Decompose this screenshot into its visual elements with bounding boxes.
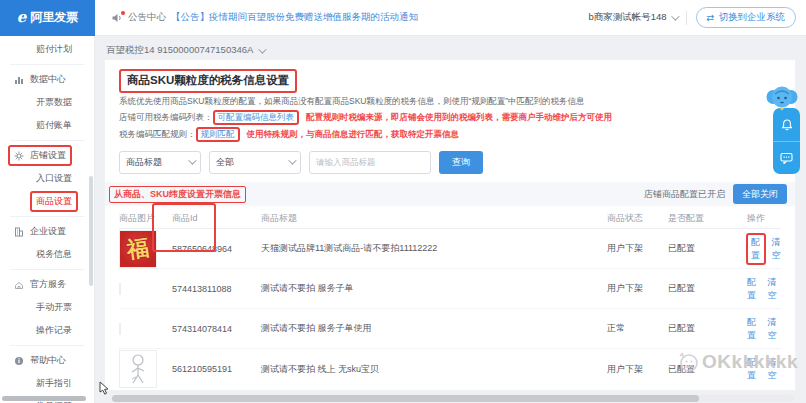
sidebar-item-tax-info[interactable]: 税务信息 [0, 243, 94, 266]
sidebar-item-official-service[interactable]: 官方服务 [0, 273, 94, 296]
elephant-mascot-icon[interactable] [765, 84, 799, 113]
close-all-button[interactable]: 全部关闭 [733, 184, 787, 204]
app-logo: e 阿里发票 [0, 0, 95, 36]
configure-link[interactable]: 配置 [747, 356, 761, 382]
speaker-icon [111, 12, 123, 24]
divider [10, 216, 84, 217]
configured-status: 已配置 [668, 282, 747, 295]
col-product-status: 商品状态 [607, 212, 668, 225]
announce-center-label[interactable]: 公告中心 [128, 11, 166, 24]
divider [686, 11, 687, 25]
switch-system-button[interactable]: ⇄ 切换到企业系统 [696, 7, 796, 28]
sidebar-item-enterprise-settings[interactable]: 企业设置 [0, 220, 94, 243]
content-card: 商品SKU颗粒度的税务信息设置 系统优先使用商品SKU颗粒度的配置，如果商品没有… [105, 60, 795, 390]
chevron-down-icon [288, 156, 296, 164]
config-status-text: 店铺商品配置已开启 [644, 188, 725, 201]
service-icon [14, 280, 24, 290]
clear-link[interactable]: 清空 [772, 236, 782, 262]
sidebar-item-beginner-guide[interactable]: 新手指引 [0, 372, 94, 395]
table-header: 商品图片 商品Id 商品标题 商品状态 是否配置 操作 [119, 208, 781, 229]
table-row: 561210595191 测试请不要拍 线上 无sku宝贝 用户下架 已配置 配… [119, 349, 781, 389]
divider [10, 345, 84, 346]
annotation-box-rule-link: 规则匹配 [196, 127, 240, 142]
product-id: 574314078414 [172, 324, 261, 334]
configured-status: 已配置 [668, 242, 747, 255]
chat-icon[interactable] [773, 141, 800, 174]
sidebar-horizontal-scrollbar[interactable] [2, 396, 86, 401]
swap-arrows-icon: ⇄ [707, 12, 715, 23]
sidebar-item-peifujihua[interactable]: 赔付计划 [0, 38, 94, 61]
search-button[interactable]: 查询 [439, 151, 483, 174]
sidebar-item-manual-invoice[interactable]: 手动开票 [0, 296, 94, 319]
product-title: 测试请不要拍 服务子单 [261, 282, 607, 295]
product-image [119, 350, 157, 388]
divider [10, 269, 84, 270]
logo-mark-icon: e [17, 10, 27, 25]
col-configured: 是否配置 [668, 212, 747, 225]
table-row: 574314078414 测试请不要拍 服务子单使用 正常 已配置 配置 清空 [119, 309, 781, 349]
field-select[interactable]: 商品标题 [119, 151, 201, 174]
configure-link[interactable]: 配置 [747, 276, 761, 302]
stick-figure-doodle [123, 352, 153, 386]
sidebar-item-shop-settings[interactable]: 店铺设置 [0, 144, 94, 167]
building-icon [14, 227, 24, 237]
sidebar-item-entry-settings[interactable]: 入口设置 [0, 167, 94, 190]
announcement-link[interactable]: 【公告】疫情期间百望股份免费赠送增值服务期的活动通知 [171, 11, 418, 24]
scrollbar-thumb[interactable] [112, 395, 699, 402]
description-line-3: 税务编码匹配规则： 规则匹配 使用特殊规则，与商品信息进行匹配，获取特定开票信息 [119, 126, 781, 142]
annotation-box-codes-link: 可配置编码信息列表 [213, 110, 300, 125]
table-row: 574413811088 测试请不要拍 服务子单 用户下架 已配置 配置 清空 [119, 269, 781, 309]
rule-match-link[interactable]: 规则匹配 [201, 129, 235, 139]
floating-toolbar [773, 108, 800, 174]
bar-chart-icon [14, 75, 24, 85]
match-rule-label: 税务编码匹配规则： [119, 128, 196, 141]
description-line-2: 店铺可用税务编码列表： 可配置编码信息列表 配置规则时税编来源，即店铺会使用到的… [119, 109, 781, 125]
clear-link[interactable]: 清空 [768, 356, 782, 382]
divider [10, 140, 84, 141]
header-right: b商家测试帐号148 ⇄ 切换到企业系统 [588, 7, 806, 28]
codes-list-label: 店铺可用税务编码列表： [119, 111, 213, 124]
clear-link[interactable]: 清空 [768, 276, 782, 302]
section-bar: 从商品、SKU纬度设置开票信息 店铺商品配置已开启 全部关闭 [105, 182, 795, 206]
annotation-box-configure-link: 配置 [746, 233, 766, 265]
account-name: b商家测试帐号148 [588, 11, 666, 24]
divider [10, 64, 84, 65]
tax-device-label: 百望税控14 91500000747150346A [106, 44, 253, 57]
top-header: e 阿里发票 公告中心 【公告】疫情期间百望股份免费赠送增值服务期的活动通知 b… [0, 0, 806, 36]
chevron-down-icon [188, 156, 196, 164]
chevron-down-icon [259, 45, 267, 53]
configured-status: 已配置 [668, 322, 747, 335]
sidebar-item-product-settings[interactable]: 商品设置 [0, 190, 94, 213]
section-title: 从商品、SKU纬度设置开票信息 [109, 186, 246, 203]
filter-row: 商品标题 全部 查询 [119, 150, 781, 174]
annotation-box-product-settings: 商品设置 [30, 191, 78, 212]
annotation-box-shop-settings: 店铺设置 [8, 145, 72, 166]
product-id: 574413811088 [172, 284, 261, 294]
product-title-input[interactable] [309, 151, 431, 174]
status-select[interactable]: 全部 [209, 151, 301, 174]
product-id: 561210595191 [172, 364, 261, 374]
sidebar-item-invoice-data[interactable]: 开票数据 [0, 91, 94, 114]
clear-link[interactable]: 清空 [768, 316, 782, 342]
sidebar-item-compensation-bill[interactable]: 赔付账单 [0, 114, 94, 137]
sidebar-vertical-scrollbar[interactable] [89, 176, 93, 286]
configure-link[interactable]: 配置 [751, 237, 760, 260]
sidebar-item-data-center[interactable]: 数据中心 [0, 68, 94, 91]
configure-link[interactable]: 配置 [747, 316, 761, 342]
configured-status: 已配置 [668, 363, 747, 376]
sidebar-item-operation-log[interactable]: 操作记录 [0, 319, 94, 342]
configurable-codes-link[interactable]: 可配置编码信息列表 [218, 112, 295, 122]
tax-device-selector[interactable]: 百望税控14 91500000747150346A [106, 44, 264, 57]
product-status: 用户下架 [607, 363, 668, 376]
account-menu[interactable]: b商家测试帐号148 [588, 11, 676, 24]
col-product-image: 商品图片 [119, 212, 172, 225]
product-title: 测试请不要拍 线上 无sku宝贝 [261, 363, 607, 376]
col-product-title: 商品标题 [261, 212, 607, 225]
product-image [119, 283, 121, 295]
mouse-cursor [99, 381, 110, 397]
rule-note: 使用特殊规则，与商品信息进行匹配，获取特定开票信息 [247, 128, 460, 141]
main-horizontal-scrollbar[interactable] [112, 395, 794, 402]
sidebar-item-help-center[interactable]: 帮助中心 [0, 349, 94, 372]
announcement-bar: 公告中心 【公告】疫情期间百望股份免费赠送增值服务期的活动通知 [111, 11, 418, 24]
description-line-1: 系统优先使用商品SKU颗粒度的配置，如果商品没有配置商品SKU颗粒度的税务信息，… [119, 95, 781, 108]
